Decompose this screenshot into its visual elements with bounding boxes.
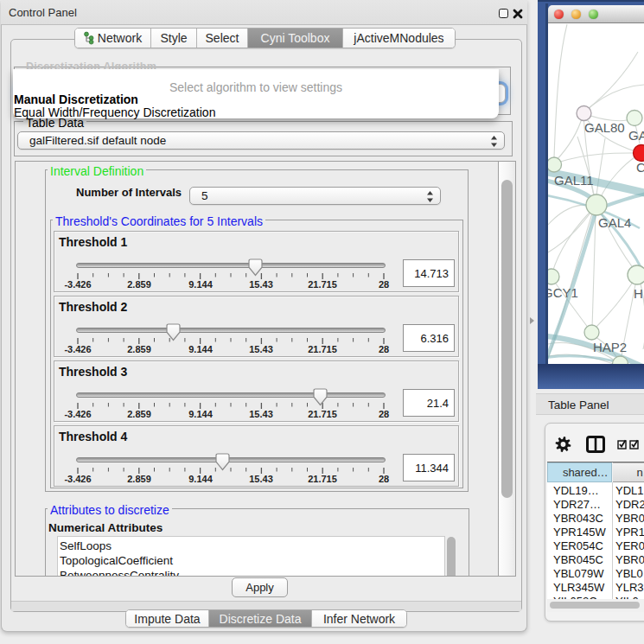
svg-text:GCY1: GCY1 (548, 285, 578, 300)
svg-text:GAL4: GAL4 (598, 215, 631, 230)
svg-text:GA: GA (628, 128, 644, 143)
svg-text:HAP2: HAP2 (593, 340, 627, 354)
svg-text:GAL80: GAL80 (584, 120, 625, 135)
svg-text:H: H (634, 286, 643, 301)
svg-text:GAL11: GAL11 (554, 173, 594, 188)
svg-text:C: C (636, 160, 644, 175)
